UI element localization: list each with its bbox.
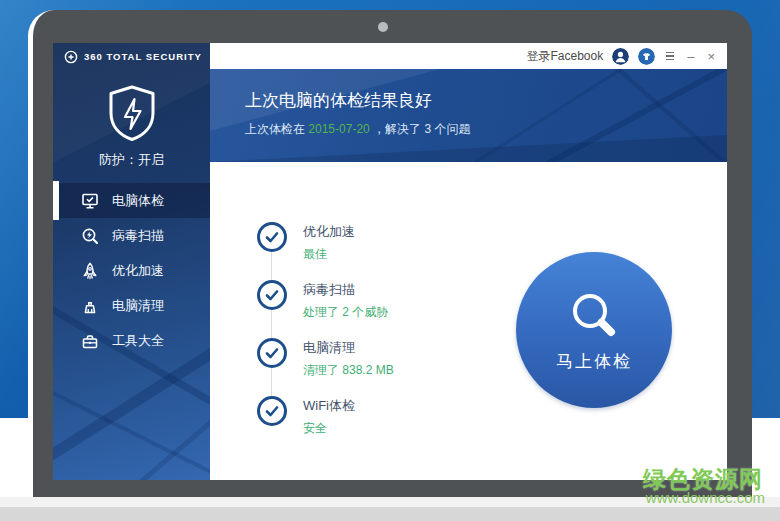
facebook-login-link[interactable]: 登录Facebook (526, 48, 603, 65)
checklist-item-cleanup: 电脑清理 清理了 838.2 MB (257, 338, 394, 396)
main-menu-icon[interactable] (664, 50, 676, 63)
avatar-icon[interactable] (612, 48, 629, 65)
sidebar-item-toolbox[interactable]: 工具大全 (53, 323, 210, 358)
sidebar: 360 TOTAL SECURITY 防护：开启 (53, 43, 210, 480)
check-circle-icon (257, 222, 287, 252)
page: 360 TOTAL SECURITY 防护：开启 (0, 0, 780, 521)
checklist-item-label: 电脑清理 (303, 339, 394, 357)
app-window: 360 TOTAL SECURITY 防护：开启 (53, 43, 727, 480)
checklist-item-status: 清理了 838.2 MB (303, 362, 394, 379)
webcam-dot-icon (378, 22, 388, 32)
protection-status: 防护：开启 (53, 84, 210, 169)
sidebar-item-label: 电脑清理 (112, 297, 164, 315)
sidebar-item-label: 优化加速 (112, 262, 164, 280)
checkup-result-title: 上次电脑的体检结果良好 (245, 89, 727, 112)
checklist-item-label: 优化加速 (303, 223, 355, 241)
check-circle-icon (257, 280, 287, 310)
close-button[interactable]: × (705, 50, 717, 63)
main-content: 优化加速 最佳 病毒扫描 处理了 2 个威胁 (210, 162, 727, 480)
logo-text: 360 TOTAL SECURITY (84, 51, 202, 62)
virus-scan-icon (80, 226, 100, 246)
sidebar-item-virus-scan[interactable]: 病毒扫描 (53, 218, 210, 253)
sidebar-item-checkup[interactable]: 电脑体检 (53, 183, 210, 218)
watermark-site-url: www.downcc.com (646, 489, 765, 506)
checklist-item-speedup: 优化加速 最佳 (257, 222, 394, 280)
checklist-item-virus-scan: 病毒扫描 处理了 2 个威胁 (257, 280, 394, 338)
subtitle-suffix: ，解决了 3 个问题 (370, 122, 471, 136)
app-logo: 360 TOTAL SECURITY (53, 43, 210, 70)
last-checkup-date: 2015-07-20 (308, 122, 369, 136)
protection-label: 防护：开启 (99, 151, 164, 169)
checklist-item-status: 安全 (303, 420, 355, 437)
sidebar-item-speedup[interactable]: 优化加速 (53, 253, 210, 288)
sidebar-item-label: 病毒扫描 (112, 227, 164, 245)
monitor-check-icon (80, 191, 100, 211)
sidebar-item-cleanup[interactable]: 电脑清理 (53, 288, 210, 323)
sidebar-menu: 电脑体检 病毒扫描 (53, 183, 210, 358)
checklist-item-label: WiFi体检 (303, 397, 355, 415)
magnifier-icon (565, 288, 623, 346)
check-circle-icon (257, 338, 287, 368)
broom-icon (80, 296, 100, 316)
sidebar-item-label: 电脑体检 (112, 192, 164, 210)
window-titlebar: 登录Facebook (210, 43, 727, 69)
check-now-label: 马上体检 (556, 350, 632, 373)
toolbox-icon (80, 331, 100, 351)
laptop-frame: 360 TOTAL SECURITY 防护：开启 (28, 10, 752, 497)
checklist-item-status: 最佳 (303, 246, 355, 263)
footer-strip-dark (0, 507, 780, 521)
checklist-item-label: 病毒扫描 (303, 281, 388, 299)
check-now-button[interactable]: 马上体检 (516, 252, 672, 408)
check-circle-icon (257, 396, 287, 426)
subtitle-prefix: 上次体检在 (245, 122, 308, 136)
checkup-result-subtitle: 上次体检在 2015-07-20 ，解决了 3 个问题 (245, 121, 727, 138)
checkup-result-list: 优化加速 最佳 病毒扫描 处理了 2 个威胁 (257, 222, 394, 454)
checklist-item-status: 处理了 2 个威胁 (303, 304, 388, 321)
sidebar-item-label: 工具大全 (112, 332, 164, 350)
rocket-icon (80, 261, 100, 281)
shield-icon (105, 84, 159, 142)
result-header: 上次电脑的体检结果良好 上次体检在 2015-07-20 ，解决了 3 个问题 (210, 69, 727, 162)
checklist-item-wifi: WiFi体检 安全 (257, 396, 394, 454)
main-column: 登录Facebook (210, 43, 727, 480)
theme-shirt-icon[interactable] (638, 48, 655, 65)
minimize-button[interactable]: – (685, 50, 696, 63)
logo-icon (64, 50, 78, 64)
